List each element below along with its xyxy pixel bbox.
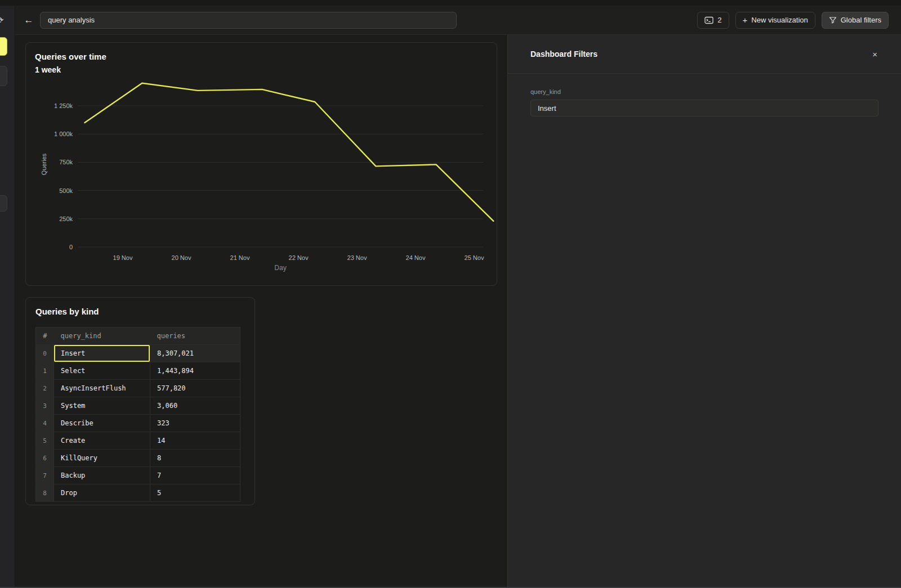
query-kind-cell[interactable]: KillQuery xyxy=(54,450,150,467)
queries-by-kind-card: Queries by kind # query_kind queries 0In… xyxy=(25,297,255,505)
arrow-left-icon: ← xyxy=(24,15,34,26)
rail-thumbnail-active[interactable] xyxy=(0,37,7,56)
x-axis-tick-label: 22 Nov xyxy=(289,254,309,261)
dashboard-title-input[interactable] xyxy=(40,12,457,29)
column-header-queries[interactable]: queries xyxy=(150,327,240,345)
query-kind-cell[interactable]: Create xyxy=(54,432,150,450)
query-kind-filter-input[interactable] xyxy=(530,100,878,116)
chart-card-titles: Queries over time 1 week xyxy=(35,52,106,74)
queries-value-cell[interactable]: 1,443,894 xyxy=(150,362,240,380)
row-index-cell[interactable]: 0 xyxy=(36,345,54,362)
window-top-strip xyxy=(0,0,901,6)
table-row[interactable]: 2AsyncInsertFlush577,820 xyxy=(36,380,240,397)
row-index-cell[interactable]: 7 xyxy=(36,467,54,484)
row-index-cell[interactable]: 2 xyxy=(36,380,54,397)
x-axis-tick-label: 19 Nov xyxy=(113,254,133,261)
x-axis-tick-label: 25 Nov xyxy=(465,254,484,261)
queries-value-cell[interactable]: 323 xyxy=(150,415,240,432)
rail-thumbnail[interactable] xyxy=(0,66,7,86)
new-visualization-label: New visualization xyxy=(751,16,808,24)
queries-value-cell[interactable]: 5 xyxy=(150,484,240,502)
y-axis-tick-label: 500k xyxy=(59,187,73,194)
x-axis-tick-label: 21 Nov xyxy=(230,254,250,261)
query-kind-cell[interactable]: AsyncInsertFlush xyxy=(54,380,150,397)
y-axis-title: Queries xyxy=(41,153,47,175)
query-kind-filter-group: query_kind xyxy=(508,74,901,116)
query-kind-cell[interactable]: Describe xyxy=(54,415,150,432)
query-kind-cell[interactable]: Backup xyxy=(54,467,150,484)
table-row[interactable]: 5Create14 xyxy=(36,432,240,450)
close-icon: × xyxy=(872,50,877,59)
row-index-cell[interactable]: 8 xyxy=(36,484,54,502)
column-header-index[interactable]: # xyxy=(36,327,54,345)
rail-thumbnail[interactable] xyxy=(0,195,7,212)
row-index-cell[interactable]: 6 xyxy=(36,450,54,467)
query-kind-filter-label: query_kind xyxy=(530,88,878,95)
top-bar: ← 2 + New visualization xyxy=(15,6,901,35)
x-axis-title: Day xyxy=(274,264,286,272)
table-row[interactable]: 6KillQuery8 xyxy=(36,450,240,467)
queries-value-cell[interactable]: 7 xyxy=(150,467,240,484)
row-index-cell[interactable]: 1 xyxy=(36,362,54,380)
y-axis-tick-label: 250k xyxy=(59,216,73,222)
table-row[interactable]: 3System3,060 xyxy=(36,397,240,415)
console-window-icon xyxy=(704,16,713,24)
queries-value-cell[interactable]: 577,820 xyxy=(150,380,240,397)
new-visualization-button[interactable]: + New visualization xyxy=(735,12,815,29)
table-title: Queries by kind xyxy=(35,307,255,316)
y-axis-tick-label: 1 000k xyxy=(54,131,73,137)
left-rail: ⟳ xyxy=(0,6,15,587)
refresh-icon[interactable]: ⟳ xyxy=(0,15,4,25)
queries-over-time-card: Queries over time 1 week 0250k500k750k1 … xyxy=(25,42,497,286)
global-filters-label: Global filters xyxy=(841,16,881,24)
query-kind-cell[interactable]: Select xyxy=(54,362,150,380)
y-axis-tick-label: 1 250k xyxy=(54,102,73,109)
row-index-cell[interactable]: 4 xyxy=(36,415,54,432)
global-filters-button[interactable]: Global filters xyxy=(822,12,889,29)
y-axis-tick-label: 750k xyxy=(59,159,73,165)
queries-value-cell[interactable]: 8,307,021 xyxy=(150,345,240,362)
query-kind-cell[interactable]: Insert xyxy=(54,345,150,362)
chart-subtitle: 1 week xyxy=(35,65,106,74)
table-row[interactable]: 0Insert8,307,021 xyxy=(36,345,240,362)
column-header-query-kind[interactable]: query_kind xyxy=(54,327,150,345)
close-panel-button[interactable]: × xyxy=(871,49,878,60)
queries-by-kind-table: # query_kind queries 0Insert8,307,0211Se… xyxy=(35,327,240,502)
sql-console-button[interactable]: 2 xyxy=(697,12,729,29)
table-row[interactable]: 8Drop5 xyxy=(36,484,240,502)
queries-line-chart[interactable]: 0250k500k750k1 000k1 250kQueries19 Nov20… xyxy=(26,43,498,286)
table-row[interactable]: 4Describe323 xyxy=(36,415,240,432)
row-index-cell[interactable]: 3 xyxy=(36,397,54,415)
dashboard-canvas: Queries over time 1 week 0250k500k750k1 … xyxy=(15,35,507,587)
queries-value-cell[interactable]: 14 xyxy=(150,432,240,450)
rail-header: ⟳ xyxy=(0,6,15,35)
queries-series-line[interactable] xyxy=(84,83,493,221)
filters-panel-title: Dashboard Filters xyxy=(530,50,597,59)
back-button[interactable]: ← xyxy=(22,14,35,27)
dashboard-filters-panel: Dashboard Filters × query_kind xyxy=(507,35,901,587)
y-axis-tick-label: 0 xyxy=(69,244,73,250)
table-header-row: # query_kind queries xyxy=(36,327,240,345)
filters-panel-header: Dashboard Filters × xyxy=(508,35,901,74)
plus-icon: + xyxy=(743,16,748,24)
funnel-icon xyxy=(829,16,837,24)
row-index-cell[interactable]: 5 xyxy=(36,432,54,450)
queries-value-cell[interactable]: 8 xyxy=(150,450,240,467)
x-axis-tick-label: 23 Nov xyxy=(347,254,367,261)
query-kind-cell[interactable]: System xyxy=(54,397,150,415)
table-row[interactable]: 1Select1,443,894 xyxy=(36,362,240,380)
chart-title: Queries over time xyxy=(35,52,106,61)
x-axis-tick-label: 24 Nov xyxy=(406,254,426,261)
console-count-badge: 2 xyxy=(717,16,721,24)
queries-value-cell[interactable]: 3,060 xyxy=(150,397,240,415)
table-row[interactable]: 7Backup7 xyxy=(36,467,240,484)
x-axis-tick-label: 20 Nov xyxy=(172,254,191,261)
query-kind-cell[interactable]: Drop xyxy=(54,484,150,502)
